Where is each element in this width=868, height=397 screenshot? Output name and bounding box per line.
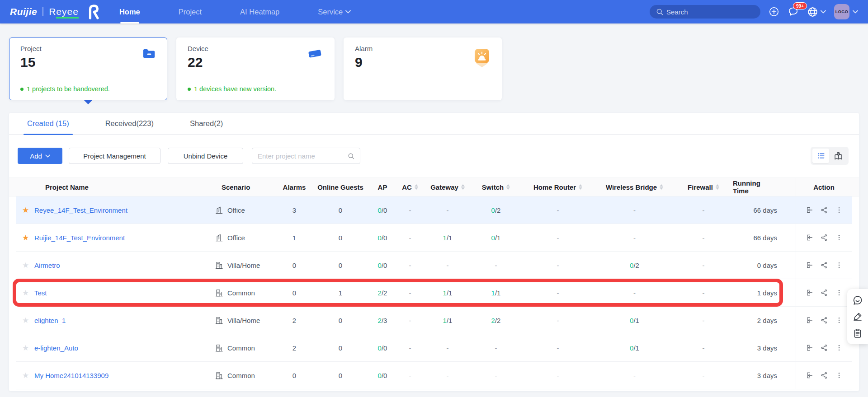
nav-item-service[interactable]: Service [318, 0, 351, 23]
favorite-star-icon[interactable]: ★ [22, 288, 34, 298]
col-alarms: Alarms [277, 178, 312, 196]
table-header: Project Name Scenario Alarms Online Gues… [9, 177, 859, 196]
home-router-value: - [521, 307, 595, 334]
share-icon[interactable] [820, 289, 828, 297]
running-time-value: 66 days [733, 196, 790, 224]
list-view-button[interactable] [812, 149, 829, 163]
unbind-device-button[interactable]: Unbind Device [168, 148, 243, 164]
alarm-stat-card[interactable]: Alarm 9 [344, 37, 502, 100]
chat-feedback-icon[interactable] [852, 295, 863, 306]
more-actions-icon[interactable] [835, 206, 843, 214]
project-search[interactable] [252, 148, 360, 164]
share-icon[interactable] [820, 316, 828, 324]
sort-control[interactable] [415, 184, 418, 190]
enter-project-icon[interactable] [805, 371, 813, 379]
alarms-value: 0 [277, 362, 312, 389]
project-stat-card[interactable]: Project 15 1 projects to be handovered. [9, 37, 167, 100]
device-stat-card[interactable]: Device 22 1 devices have new version. [176, 37, 335, 100]
gateway-value: - [424, 196, 471, 224]
favorite-star-icon[interactable]: ★ [22, 261, 34, 270]
sort-control[interactable] [660, 184, 663, 190]
nav-item-home[interactable]: Home [119, 0, 140, 23]
favorite-star-icon[interactable]: ★ [22, 233, 34, 243]
global-search-input[interactable] [666, 8, 748, 16]
project-name-link[interactable]: Ruijie_14F_Test_Environment [34, 234, 125, 242]
enter-project-icon[interactable] [805, 344, 813, 352]
favorite-star-icon[interactable]: ★ [22, 343, 34, 353]
alarms-value: 3 [277, 196, 312, 224]
more-actions-icon[interactable] [835, 234, 843, 242]
scenario-icon [215, 371, 223, 380]
table-row[interactable]: ★ My Home241014133909 Common 0 0 0/0 - -… [16, 362, 852, 389]
table-row[interactable]: ★ Test Common 0 1 2/2 - 1/1 1/1 - - - 1 … [16, 279, 852, 307]
more-actions-icon[interactable] [835, 289, 843, 297]
table-row[interactable]: ★ Ruijie_14F_Test_Environment Office 1 0… [16, 224, 852, 252]
share-icon[interactable] [820, 234, 828, 242]
messages-icon[interactable]: 99+ [788, 6, 799, 17]
scenario-label: Office [227, 206, 245, 214]
alarms-value: 0 [277, 252, 312, 279]
add-button[interactable]: Add [18, 148, 62, 164]
search-icon [656, 8, 663, 15]
sort-control[interactable] [461, 184, 465, 190]
project-name-link[interactable]: My Home241014133909 [34, 372, 108, 379]
table-row[interactable]: ★ Reyee_14F_Test_Environment Office 3 0 … [16, 196, 852, 224]
tab-received[interactable]: Received(223) [105, 113, 154, 135]
nav-item-ai-heatmap[interactable]: AI Heatmap [240, 0, 279, 23]
pen-survey-icon[interactable] [852, 311, 863, 322]
project-name-link[interactable]: e-lighten_Auto [34, 344, 78, 352]
project-name-link[interactable]: Reyee_14F_Test_Environment [34, 206, 127, 214]
share-icon[interactable] [820, 371, 828, 379]
sort-control[interactable] [579, 184, 582, 190]
brand-logo[interactable]: Ruijie Reyee [10, 4, 100, 20]
project-management-button[interactable]: Project Management [69, 148, 160, 164]
table-row[interactable]: ★ elighten_1 Villa/Home 2 0 2/3 - 1/1 2/… [16, 307, 852, 334]
map-view-button[interactable] [830, 149, 847, 163]
ac-value: - [396, 362, 424, 389]
table-row[interactable]: ★ e-lighten_Auto Common 2 0 0/0 - - - - … [16, 334, 852, 362]
enter-project-icon[interactable] [805, 206, 813, 214]
clipboard-doc-icon[interactable] [852, 328, 863, 339]
running-time-value: 3 days [733, 334, 790, 361]
sort-control[interactable] [716, 184, 719, 190]
favorite-star-icon[interactable]: ★ [22, 206, 34, 215]
tab-shared[interactable]: Shared(2) [190, 113, 223, 135]
global-search[interactable] [650, 5, 760, 19]
favorite-star-icon[interactable]: ★ [22, 371, 34, 380]
more-actions-icon[interactable] [835, 371, 843, 379]
project-name-link[interactable]: elighten_1 [34, 317, 66, 324]
project-search-input[interactable] [258, 152, 348, 160]
add-circle-icon[interactable] [769, 6, 779, 17]
ap-value: 0/0 [369, 362, 396, 389]
project-name-link[interactable]: Test [34, 289, 47, 297]
enter-project-icon[interactable] [805, 261, 813, 269]
more-actions-icon[interactable] [835, 344, 843, 352]
tab-created[interactable]: Created (15) [27, 113, 69, 135]
enter-project-icon[interactable] [805, 234, 813, 242]
share-icon[interactable] [820, 344, 828, 352]
list-view-icon [816, 151, 826, 160]
scenario-icon [215, 234, 223, 242]
table-row[interactable]: ★ Airmetro Villa/Home 0 0 0/0 - - - - 0/… [16, 252, 852, 279]
share-icon[interactable] [820, 261, 828, 269]
card-title: Device [188, 45, 323, 52]
enter-project-icon[interactable] [805, 316, 813, 324]
nav-item-project[interactable]: Project [179, 0, 202, 23]
gateway-value: 1/1 [424, 307, 471, 334]
more-actions-icon[interactable] [835, 261, 843, 269]
language-globe-icon[interactable] [807, 6, 826, 18]
sort-control[interactable] [506, 184, 510, 190]
favorite-star-icon[interactable]: ★ [22, 316, 34, 325]
home-router-value: - [521, 252, 595, 279]
more-actions-icon[interactable] [835, 316, 843, 324]
home-router-value: - [521, 362, 595, 389]
wireless-bridge-value: - [595, 362, 674, 389]
card-title: Project [20, 45, 156, 52]
ac-value: - [396, 252, 424, 279]
project-name-link[interactable]: Airmetro [34, 262, 60, 269]
account-menu[interactable]: LOGO [834, 4, 858, 19]
card-value: 15 [20, 55, 156, 70]
enter-project-icon[interactable] [805, 289, 813, 297]
search-icon [348, 152, 354, 160]
share-icon[interactable] [820, 206, 828, 214]
